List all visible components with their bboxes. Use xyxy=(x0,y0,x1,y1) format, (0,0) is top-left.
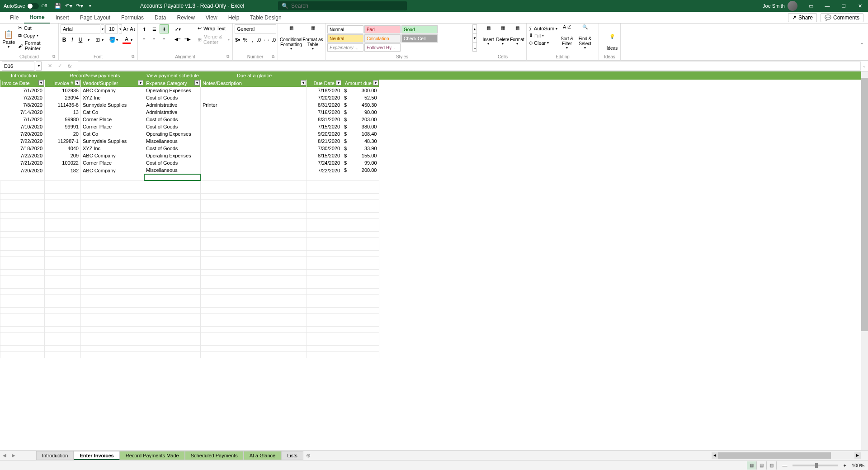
font-name-input[interactable] xyxy=(61,24,100,33)
cell-vendor[interactable]: Cat Co xyxy=(81,109,144,116)
cell-amount[interactable]: $155.00 xyxy=(342,152,379,158)
cancel-formula-icon[interactable]: ✕ xyxy=(45,62,54,70)
cell-due-date[interactable]: 7/16/2020 xyxy=(307,109,342,116)
cell-category[interactable]: Cost of Goods xyxy=(144,123,201,130)
cell-category[interactable]: Cost of Goods xyxy=(144,94,201,101)
table-row[interactable]: 7/10/202099991Corner PlaceCost of Goods7… xyxy=(0,123,379,130)
column-header-expense-category[interactable]: Expense Category▾ xyxy=(144,80,201,87)
column-header-vendor-supplier[interactable]: Vendor/Supplier▾ xyxy=(81,80,144,87)
column-header-due-date[interactable]: Due Date▾ xyxy=(307,80,342,87)
table-row[interactable]: 7/20/202020Cat CoOperating Expenses9/20/… xyxy=(0,130,379,138)
cell-amount[interactable]: $52.50 xyxy=(342,94,379,100)
cell-category[interactable]: Administrative xyxy=(144,101,201,109)
table-row[interactable] xyxy=(0,307,379,313)
font-color-button[interactable]: A▾ xyxy=(122,35,136,44)
increase-indent-icon[interactable]: ≡▶ xyxy=(183,34,192,43)
nav-link-due-at-a-glance[interactable]: Due at a glance xyxy=(235,73,274,78)
sheet-nav-prev-icon[interactable]: ◀ xyxy=(0,451,9,461)
table-row[interactable] xyxy=(0,275,379,282)
name-box[interactable] xyxy=(2,62,34,71)
accept-formula-icon[interactable]: ✓ xyxy=(55,62,64,70)
zoom-level[interactable]: 100% xyxy=(852,463,864,468)
sheet-tab-introduction[interactable]: Introduction xyxy=(36,451,74,460)
table-row[interactable]: 7/8/2020111435-8Sunnydale SuppliesAdmini… xyxy=(0,101,379,109)
cell-vendor[interactable]: XYZ Inc xyxy=(81,94,144,101)
cell-amount[interactable]: $380.00 xyxy=(342,123,379,129)
column-header-invoice-date[interactable]: Invoice Date▾ xyxy=(0,80,45,87)
increase-font-icon[interactable]: A↑ xyxy=(123,24,129,33)
table-row[interactable]: 7/1/202099980Corner PlaceCost of Goods8/… xyxy=(0,116,379,123)
cell-style-checkcell[interactable]: Check Cell xyxy=(401,34,438,43)
ribbon-tab-help[interactable]: Help xyxy=(223,12,245,24)
nav-link-record-view-payments[interactable]: Record/view payments xyxy=(68,73,122,78)
cell-inv-num[interactable]: 23094 xyxy=(45,94,81,101)
search-box[interactable]: 🔍 xyxy=(278,1,407,10)
autosave-toggle[interactable]: AutoSave Off xyxy=(0,3,51,9)
fill-color-button[interactable]: 🪣▾ xyxy=(108,35,121,44)
table-row[interactable] xyxy=(0,174,379,180)
cell-inv-num[interactable]: 4040 xyxy=(45,145,81,152)
dialog-launcher-icon[interactable]: ⧉ xyxy=(52,54,57,59)
format-as-table-button[interactable]: ▦ Format as Table▾ xyxy=(302,25,323,59)
scrollbar-thumb[interactable] xyxy=(861,78,868,331)
cell-amount[interactable]: $90.00 xyxy=(342,109,379,115)
table-row[interactable] xyxy=(0,351,379,358)
wrap-text-button[interactable]: ↩Wrap Text xyxy=(197,24,231,32)
table-row[interactable] xyxy=(0,332,379,339)
cell-inv-num[interactable]: 13 xyxy=(45,109,81,116)
cell-notes[interactable] xyxy=(201,166,307,174)
zoom-thumb[interactable] xyxy=(815,463,818,468)
ribbon-tab-view[interactable]: View xyxy=(200,12,223,24)
format-painter-button[interactable]: 🖌Format Painter xyxy=(18,40,57,52)
table-row[interactable] xyxy=(0,250,379,256)
name-box-dropdown-icon[interactable]: ▾ xyxy=(36,62,42,71)
ribbon-tab-insert[interactable]: Insert xyxy=(50,12,75,24)
italic-button[interactable]: I xyxy=(69,35,76,44)
insert-function-icon[interactable]: fx xyxy=(65,62,74,70)
cell-due-date[interactable]: 7/18/2020 xyxy=(307,87,342,94)
ribbon-tab-file[interactable]: File xyxy=(5,12,24,24)
save-icon[interactable]: 💾 xyxy=(54,2,61,9)
dialog-launcher-icon[interactable]: ⧉ xyxy=(132,54,136,59)
scroll-left-icon[interactable]: ◀ xyxy=(712,452,718,459)
column-header-notes-description[interactable]: Notes/Description▾ xyxy=(201,80,307,87)
sheet-tab-lists[interactable]: Lists xyxy=(281,451,303,460)
horizontal-scrollbar[interactable]: ◀ ▶ xyxy=(712,452,861,459)
zoom-in-icon[interactable]: + xyxy=(843,463,846,468)
copy-button[interactable]: ⧉Copy▾ xyxy=(18,32,57,39)
cell-category[interactable]: Cost of Goods xyxy=(144,116,201,123)
align-top-icon[interactable]: ⬆ xyxy=(140,24,149,33)
align-middle-icon[interactable]: ☰ xyxy=(150,24,159,33)
cell-due-date[interactable]: 7/20/2020 xyxy=(307,94,342,101)
table-row[interactable] xyxy=(0,294,379,301)
table-row[interactable] xyxy=(0,199,379,206)
qat-customize-icon[interactable]: ▾ xyxy=(87,2,94,9)
cell-amount[interactable]: $108.40 xyxy=(342,130,379,137)
cell-amount[interactable]: $33.90 xyxy=(342,145,379,151)
scroll-up-icon[interactable]: ▲ xyxy=(473,25,476,34)
number-format-select[interactable] xyxy=(235,24,276,33)
increase-decimal-icon[interactable]: .0→ xyxy=(257,35,266,44)
table-row[interactable]: 7/20/2020182ABC CompanyMiscellaneous7/22… xyxy=(0,166,379,174)
comma-icon[interactable]: , xyxy=(250,35,256,44)
redo-icon[interactable]: ↷▾ xyxy=(76,2,83,9)
sheet-nav-next-icon[interactable]: ▶ xyxy=(9,451,18,461)
sort-filter-button[interactable]: A↓ZSort & Filter▾ xyxy=(558,24,576,50)
dialog-launcher-icon[interactable]: ⧉ xyxy=(272,54,276,59)
cell-vendor[interactable]: ABC Company xyxy=(81,166,144,174)
accounting-format-icon[interactable]: $▾ xyxy=(235,35,241,44)
cell-inv-num[interactable]: 209 xyxy=(45,152,81,159)
table-row[interactable] xyxy=(0,206,379,212)
orientation-icon[interactable]: ⤢▾ xyxy=(173,24,182,33)
cell-notes[interactable] xyxy=(201,152,307,159)
ribbon-tab-page-layout[interactable]: Page Layout xyxy=(75,12,116,24)
table-row[interactable] xyxy=(0,326,379,332)
cell-inv-date[interactable]: 7/22/2020 xyxy=(0,138,45,145)
cell-due-date[interactable]: 8/31/2020 xyxy=(307,116,342,123)
cell-inv-date[interactable]: 7/1/2020 xyxy=(0,116,45,123)
cell-due-date[interactable]: 8/31/2020 xyxy=(307,101,342,109)
cell-notes[interactable] xyxy=(201,87,307,94)
percent-icon[interactable]: % xyxy=(242,35,248,44)
maximize-icon[interactable]: ☐ xyxy=(835,0,852,12)
filter-dropdown-icon[interactable]: ▾ xyxy=(194,80,200,85)
